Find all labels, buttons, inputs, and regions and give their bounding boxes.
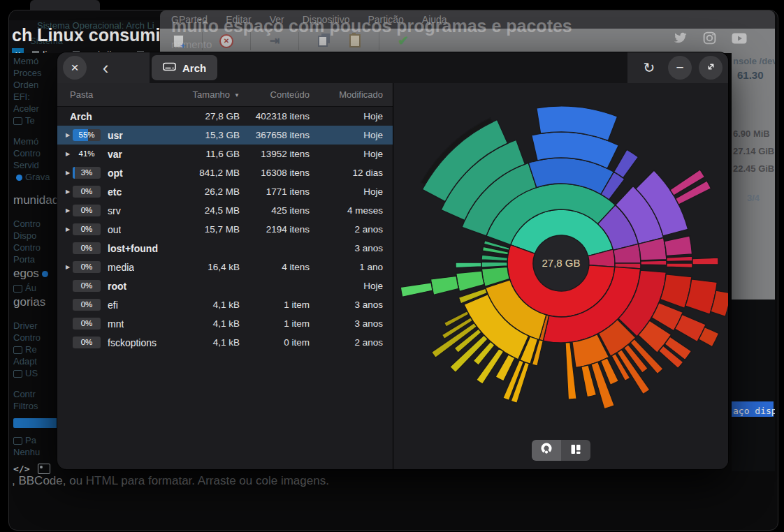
table-row[interactable]: ▶ 41% var 11,6 GB 13952 itens Hoje [57, 145, 393, 163]
topic-tag[interactable]: linux [32, 49, 64, 54]
folder-modified: Hoje [319, 111, 393, 121]
tab-arch[interactable]: Arch [152, 55, 217, 80]
percent-badge: 55% [73, 129, 101, 141]
folder-modified: 3 anos [319, 318, 393, 329]
table-row[interactable]: ▶ 0% mnt 4,1 kB 1 item 3 anos [57, 314, 393, 333]
topic-tag[interactable]: x [12, 48, 24, 53]
image-icon[interactable] [38, 464, 50, 474]
folder-name: etc [108, 186, 122, 198]
folder-modified: 2 anos [319, 337, 393, 348]
chart-segment[interactable] [641, 260, 667, 265]
topic-title: ch Linux consumindo [12, 25, 163, 45]
folder-modified: 2 anos [319, 224, 393, 235]
chart-segment[interactable] [400, 283, 433, 297]
percent-badge: 0% [73, 337, 101, 348]
folder-table-body: ▶ Arch 27,8 GB 402318 itens Hoje ▶ 55% u… [57, 107, 393, 469]
back-button[interactable]: ‹ [94, 56, 117, 80]
tab-label: Arch [182, 62, 206, 74]
folder-name: var [108, 149, 122, 160]
folder-modified: 1 ano [319, 262, 393, 272]
rings-chart-panel: 27,8 GB [393, 83, 728, 469]
chart-segment[interactable] [692, 258, 718, 265]
folder-modified: 3 anos [319, 243, 393, 253]
chart-type-switcher [532, 440, 590, 461]
rings-chart-button[interactable] [532, 440, 561, 461]
treemap-chart-button[interactable] [561, 440, 590, 461]
instagram-icon[interactable] [703, 31, 716, 45]
header-folder[interactable]: Pasta [57, 89, 183, 100]
reload-button[interactable]: ↻ [637, 56, 661, 80]
gparted-text: 3/4 [747, 193, 760, 203]
header-size[interactable]: Tamanho▼ [183, 89, 249, 100]
folder-name: out [108, 224, 121, 235]
header-contents[interactable]: Conteúdo [249, 89, 319, 100]
table-row[interactable]: ▶ 0% media 16,4 kB 4 itens 1 ano [57, 258, 393, 276]
maximize-button[interactable] [699, 56, 723, 80]
folder-name: srv [108, 205, 121, 216]
chart-segment[interactable] [430, 276, 458, 295]
chart-segment[interactable] [614, 149, 639, 178]
folder-name: opt [108, 168, 123, 179]
table-row[interactable]: ▶ 0% out 15,7 MB 2194 itens 2 anos [57, 220, 393, 239]
chart-segment[interactable] [456, 271, 484, 291]
folder-contents: 402318 itens [249, 111, 319, 121]
percent-badge: 0% [73, 318, 101, 330]
topic-title-continued: muito espaço com poucos programas e paco… [171, 16, 572, 36]
gparted-text: 6.90 MiB [733, 128, 770, 139]
table-row[interactable]: ▶ 0% root Hoje [57, 276, 393, 295]
code-icon[interactable]: </> [13, 464, 29, 474]
table-row[interactable]: ▶ 0% lost+found 3 anos [57, 239, 393, 258]
percent-badge: 0% [73, 280, 101, 292]
table-row[interactable]: ▶ 0% etc 26,2 MB 1771 itens Hoje [57, 182, 393, 201]
folder-modified: 4 meses [319, 205, 393, 216]
chart-segment[interactable] [481, 255, 507, 261]
percent-badge: 0% [73, 205, 101, 216]
tab-bar: Arch [150, 52, 627, 83]
expander-icon[interactable]: ▶ [63, 189, 73, 195]
table-row[interactable]: ▶ 0% srv 24,5 MB 425 itens 4 meses [57, 201, 393, 220]
table-row[interactable]: ▶ 3% opt 841,2 MB 16308 itens 12 dias [57, 163, 393, 182]
expander-icon[interactable]: ▶ [63, 264, 73, 270]
percent-badge: 41% [73, 148, 101, 160]
treemap-chart-icon [570, 444, 581, 457]
percent-badge: 0% [73, 186, 101, 198]
expander-icon[interactable]: ▶ [63, 132, 73, 138]
folder-size: 11,6 GB [183, 149, 249, 159]
folder-contents: 2194 itens [249, 224, 319, 235]
rings-chart-svg: 27,8 GB [393, 83, 728, 436]
close-icon: × [71, 60, 78, 75]
percent-badge: 0% [73, 223, 101, 235]
expander-icon[interactable]: ▶ [63, 170, 73, 176]
table-row[interactable]: ▶ Arch 27,8 GB 402318 itens Hoje [57, 107, 393, 126]
percent-badge: 0% [73, 299, 101, 311]
table-row[interactable]: ▶ 0% fsckoptions 4,1 kB 0 item 2 anos [57, 333, 393, 352]
table-row[interactable]: ▶ 55% usr 15,3 GB 367658 itens Hoje [57, 126, 393, 145]
twitter-icon[interactable] [674, 32, 688, 44]
chart-segment[interactable] [665, 236, 692, 256]
chart-segment[interactable] [481, 262, 507, 267]
gparted-right-dark: aço disp [732, 300, 775, 471]
chart-segment[interactable] [667, 256, 692, 261]
folder-contents: 13952 itens [249, 149, 319, 159]
folder-size: 4,1 kB [183, 318, 249, 329]
social-icons [674, 31, 747, 45]
folder-name: efi [108, 300, 118, 311]
expander-icon[interactable]: ▶ [63, 151, 73, 157]
folder-name: lost+found [108, 243, 158, 254]
folder-size: 4,1 kB [183, 300, 249, 310]
youtube-icon[interactable] [732, 33, 747, 44]
chart-segment[interactable] [456, 263, 481, 268]
minimize-icon: − [676, 60, 683, 75]
folder-size: 15,7 MB [183, 224, 249, 235]
gparted-text: 61.30 [737, 69, 764, 81]
table-row[interactable]: ▶ 0% efi 4,1 kB 1 item 3 anos [57, 295, 393, 314]
tag-square-icon [32, 51, 39, 53]
chart-segment[interactable] [667, 263, 692, 268]
expander-icon[interactable]: ▶ [63, 207, 73, 214]
close-button[interactable]: × [63, 56, 87, 80]
expander-icon[interactable]: ▶ [63, 226, 73, 232]
folder-size: 27,8 GB [183, 111, 249, 121]
minimize-button[interactable]: − [668, 56, 692, 80]
header-modified[interactable]: Modificado [319, 89, 393, 100]
folder-contents: 425 itens [249, 205, 319, 216]
